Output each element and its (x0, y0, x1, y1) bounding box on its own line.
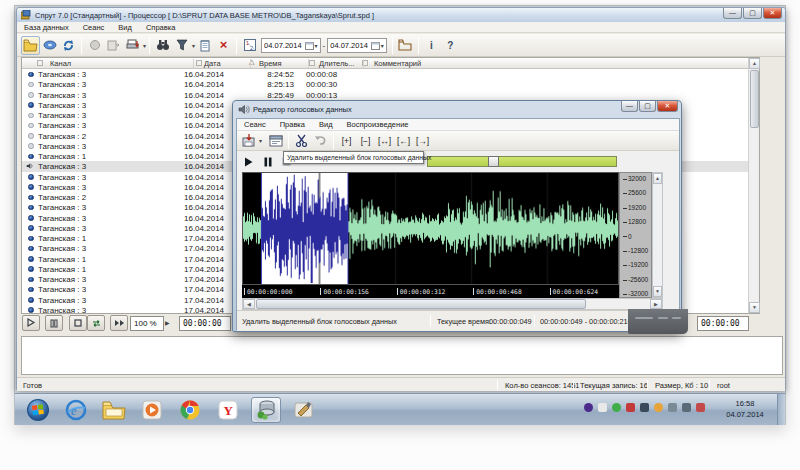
zoom-button-4[interactable]: [←] (394, 136, 413, 146)
scroll-right-icon[interactable]: ▶ (650, 299, 662, 309)
table-row[interactable]: Таганская : 316.04.20148:25:4900:00:13 (22, 90, 749, 100)
play-flag-button[interactable] (22, 315, 40, 331)
save-fragment-button[interactable] (239, 131, 258, 150)
column-header-4[interactable]: Длитель... (319, 59, 354, 68)
date-to-dropdown-icon[interactable]: ▾ (381, 42, 384, 49)
dialog-menu-item-1[interactable]: Сеанс (237, 119, 273, 129)
import-button-disabled[interactable] (104, 36, 123, 55)
start-button[interactable] (23, 397, 53, 423)
scroll-thumb[interactable] (256, 299, 586, 309)
taskbar-editor-button[interactable] (289, 397, 319, 423)
save-dropdown-icon[interactable]: ▾ (259, 137, 262, 144)
scroll-thumb[interactable] (750, 70, 759, 128)
column-filter-icon[interactable] (196, 60, 202, 66)
table-row[interactable]: Таганская : 316.04.20148:25:1300:00:30 (22, 79, 749, 89)
date-sort-button[interactable]: 12 (240, 36, 259, 55)
export-button[interactable] (123, 36, 142, 55)
help-button[interactable]: ? (441, 36, 460, 55)
tray-white-app-icon[interactable] (598, 403, 607, 412)
tray-update-icon[interactable] (654, 403, 663, 412)
date-from-dropdown-icon[interactable]: ▾ (315, 42, 318, 49)
menu-item-2[interactable]: Сеанс (76, 22, 112, 32)
dialog-menu-item-2[interactable]: Правка (273, 119, 312, 129)
tray-purple-app-icon[interactable] (584, 403, 593, 412)
disc-button[interactable] (40, 36, 59, 55)
table-row[interactable]: Таганская : 316.04.20148:24:5200:00:08 (22, 69, 749, 79)
fast-forward-button[interactable] (110, 315, 128, 331)
scroll-up-icon[interactable]: ▲ (653, 173, 662, 184)
dialog-minimize-button[interactable]: — (621, 101, 638, 112)
record-button-disabled[interactable] (85, 36, 104, 55)
comment-box[interactable] (21, 336, 783, 375)
dialog-menu-item-4[interactable]: Воспроизведение (340, 119, 416, 129)
dialog-close-button[interactable]: ✕ (657, 101, 678, 112)
zoom-button-5[interactable]: [→] (413, 136, 432, 146)
menu-item-4[interactable]: Справка (139, 22, 182, 32)
taskbar-clock[interactable]: 16:58 04.07.2014 (717, 398, 773, 420)
properties-button[interactable] (266, 131, 285, 150)
export-dropdown-icon[interactable]: ▾ (143, 42, 146, 49)
dialog-pause-button[interactable] (259, 154, 276, 170)
taskbar-sprut-button[interactable] (251, 397, 281, 423)
main-titlebar[interactable]: Спрут 7.0 [Стандартный] - Процессор [ D:… (17, 8, 785, 22)
column-header-3[interactable]: Время (259, 59, 282, 68)
info-button[interactable]: i (422, 36, 441, 55)
tray-battery-icon[interactable] (668, 403, 677, 412)
waveform-scrollbar[interactable]: ◀ ▶ (242, 298, 663, 310)
filter-button[interactable] (172, 36, 191, 55)
column-header-5[interactable]: Комментарий (374, 59, 421, 68)
archive-folder-button[interactable] (396, 36, 415, 55)
taskbar-media-folder-button[interactable] (99, 397, 129, 423)
notes-button[interactable] (195, 36, 214, 55)
dialog-vertical-scrollbar[interactable]: ▲ ▼ (652, 172, 663, 298)
open-database-button[interactable] (21, 36, 40, 55)
taskbar-ie-button[interactable]: e (61, 397, 91, 423)
dialog-play-button[interactable] (240, 154, 257, 170)
tray-antivirus-icon[interactable] (612, 403, 621, 412)
table-vertical-scrollbar[interactable]: ▲ ▼ (748, 58, 759, 313)
column-header-2[interactable]: Дата (204, 59, 221, 68)
dialog-maximize-button[interactable]: ▢ (639, 101, 656, 112)
tray-language-icon[interactable] (696, 403, 705, 412)
speed-select[interactable]: 100 % (130, 316, 164, 331)
undo-button[interactable] (311, 131, 330, 150)
menu-item-3[interactable]: Вид (111, 22, 139, 32)
minimize-button[interactable]: — (723, 8, 742, 19)
delete-button[interactable]: × (214, 36, 233, 55)
waveform-display[interactable] (242, 172, 619, 285)
zoom-button-1[interactable]: [+] (337, 136, 356, 146)
dialog-titlebar[interactable]: Редактор голосовых данных — ▢ ✕ (233, 101, 681, 118)
tray-display-icon[interactable] (640, 403, 649, 412)
taskbar-yandex-button[interactable]: Y (213, 397, 243, 423)
refresh-button[interactable] (59, 36, 78, 55)
taskbar-media-player-button[interactable] (137, 397, 167, 423)
taskbar-chrome-button[interactable] (175, 397, 205, 423)
column-filter-icon[interactable] (309, 60, 315, 66)
scroll-down-icon[interactable]: ▼ (653, 286, 662, 297)
date-to-field[interactable]: 04.07.2014 ▾ (327, 38, 387, 53)
column-header-1[interactable]: Канал (50, 59, 71, 68)
scroll-down-icon[interactable]: ▼ (749, 302, 760, 313)
volume-slider-handle[interactable] (488, 156, 499, 167)
scroll-up-icon[interactable]: ▲ (749, 58, 760, 69)
scroll-left-icon[interactable]: ◀ (243, 299, 255, 309)
dialog-menu-item-3[interactable]: Вид (312, 119, 340, 129)
disc-icon (43, 39, 57, 51)
cut-selection-button[interactable] (292, 131, 311, 150)
maximize-button[interactable]: ▢ (743, 8, 762, 19)
loop-button[interactable] (87, 315, 105, 331)
zoom-button-2[interactable]: [−] (356, 136, 375, 146)
tray-volume-icon[interactable] (682, 403, 691, 412)
search-button[interactable] (153, 36, 172, 55)
menu-item-1[interactable]: База данных (17, 22, 76, 32)
date-from-field[interactable]: 04.07.2014 ▾ (261, 38, 321, 53)
show-desktop-button[interactable] (777, 394, 785, 425)
pause-button[interactable] (45, 315, 63, 331)
stop-button[interactable] (69, 315, 87, 331)
volume-slider[interactable] (427, 156, 617, 167)
column-filter-icon[interactable] (37, 60, 43, 66)
speed-spinner-icon[interactable]: ▶ (165, 319, 170, 326)
zoom-button-3[interactable]: [↔] (375, 136, 394, 146)
tray-remote-icon[interactable] (626, 403, 635, 412)
close-button[interactable]: ✕ (763, 8, 782, 19)
